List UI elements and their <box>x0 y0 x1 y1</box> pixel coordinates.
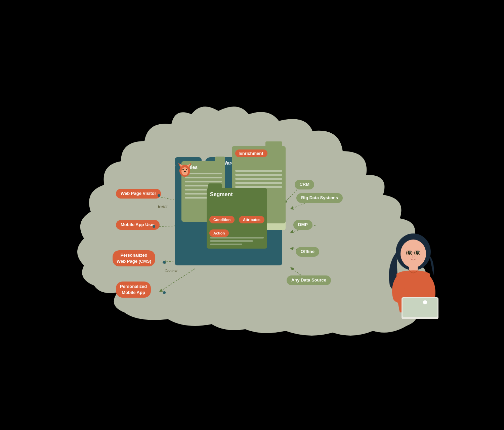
dot-mobile-user <box>153 225 155 228</box>
svg-point-18 <box>186 169 187 170</box>
dmp-badge: DMP <box>293 220 312 230</box>
personalized-mobile-app-badge: Personalized Mobile App <box>116 282 151 298</box>
svg-rect-24 <box>403 298 437 317</box>
svg-point-28 <box>417 251 419 253</box>
dot-web-visitor <box>158 194 160 197</box>
offline-badge: Offline <box>296 247 319 257</box>
event-label: Event <box>158 204 167 208</box>
web-page-visitor-badge: Web Page Visitor <box>116 189 161 199</box>
any-data-source-badge: Any Data Source <box>287 275 331 285</box>
dot-personalized-mobile <box>163 291 166 294</box>
folder-stack: Rules Enrichment Pro <box>175 151 289 272</box>
person-illustration <box>380 232 447 326</box>
segment-card: Segment Condition Attributes Action <box>207 188 267 249</box>
svg-point-32 <box>423 300 427 304</box>
segment-title: Segment <box>210 191 264 198</box>
main-scene: Web Page Visitor Event Mobile App User P… <box>50 97 454 333</box>
crm-badge: CRM <box>295 180 314 189</box>
big-data-systems-badge: Big Data Systems <box>296 193 343 203</box>
fox-logo <box>177 161 193 178</box>
condition-badge: Condition <box>209 216 235 223</box>
personalized-web-page-badge: Personalized Web Page (CMS) <box>113 250 155 266</box>
svg-point-25 <box>408 251 411 255</box>
svg-point-27 <box>409 251 411 253</box>
svg-point-26 <box>416 251 419 255</box>
dot-personalized-web <box>163 261 166 264</box>
action-badge: Action <box>209 229 229 237</box>
attributes-badge: Attributes <box>239 216 264 223</box>
svg-point-17 <box>182 169 184 170</box>
svg-point-19 <box>184 171 186 172</box>
svg-point-21 <box>401 240 426 268</box>
enrichment-label: Enrichment <box>235 149 267 157</box>
